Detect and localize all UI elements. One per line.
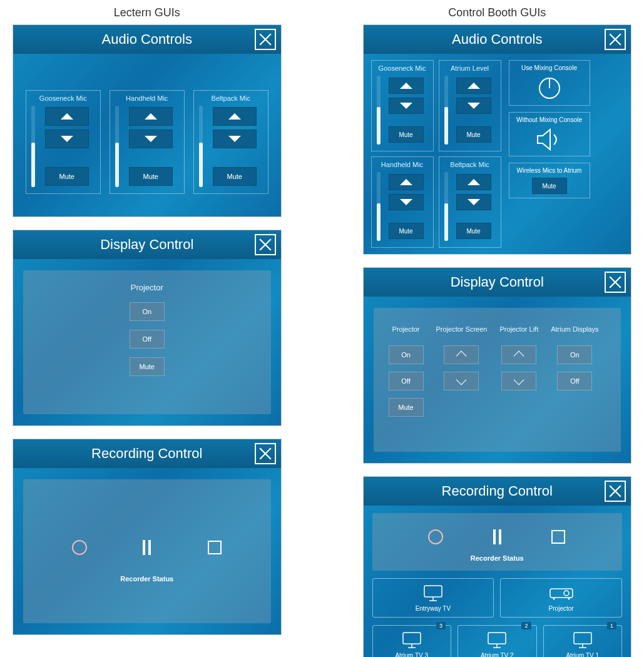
- pause-icon: [493, 529, 501, 544]
- monitor-icon: [401, 631, 423, 649]
- pause-icon: [143, 540, 151, 555]
- close-button[interactable]: [605, 29, 626, 50]
- mute-button[interactable]: Mute: [456, 223, 491, 239]
- close-button[interactable]: [255, 29, 276, 50]
- projector-on-button[interactable]: On: [130, 302, 165, 321]
- recording-overlay: Recorder Status: [372, 513, 623, 571]
- level-meter: [377, 172, 381, 241]
- projector-mute-button[interactable]: Mute: [130, 357, 165, 376]
- mute-button[interactable]: Mute: [389, 223, 424, 239]
- level-meter: [377, 76, 381, 145]
- volume-down-button[interactable]: [45, 130, 89, 148]
- volume-up-button[interactable]: [389, 174, 424, 190]
- monitor-icon: [571, 631, 594, 649]
- booth-display-panel: Display Control Projector On Off Mute: [363, 267, 632, 464]
- volume-up-button[interactable]: [129, 107, 173, 126]
- close-icon: [258, 33, 272, 46]
- atrium-off-button[interactable]: Off: [557, 372, 592, 390]
- screen-up-button[interactable]: [444, 345, 479, 364]
- projector-mute-button[interactable]: Mute: [389, 398, 424, 417]
- lift-down-button[interactable]: [501, 372, 536, 390]
- level-meter: [115, 106, 119, 187]
- volume-down-button[interactable]: [389, 194, 424, 210]
- volume-down-button[interactable]: [456, 98, 491, 114]
- stop-button[interactable]: [206, 539, 223, 556]
- volume-up-button[interactable]: [389, 78, 424, 94]
- volume-down-button[interactable]: [456, 194, 491, 210]
- volume-up-button[interactable]: [456, 78, 491, 94]
- close-icon: [258, 238, 272, 252]
- volume-up-button[interactable]: [45, 107, 89, 126]
- dest-projector[interactable]: Projector: [500, 578, 622, 618]
- svg-rect-9: [403, 633, 421, 644]
- pause-button[interactable]: [138, 539, 156, 556]
- triangle-down-icon: [468, 199, 480, 205]
- booth-column-title: Control Booth GUIs: [363, 6, 632, 19]
- mute-button[interactable]: Mute: [129, 167, 173, 186]
- monitor-icon: [422, 584, 444, 602]
- volume-down-button[interactable]: [213, 130, 257, 148]
- close-icon: [608, 484, 622, 498]
- destination-row-2: 3 Atrium TV 3 2 Atrium TV 2 1 Atrium TV …: [372, 625, 623, 657]
- col-header: Projector Screen: [436, 320, 488, 338]
- volume-up-button[interactable]: [456, 174, 491, 190]
- lectern-audio-panel: Audio Controls Gooseneck Mic: [13, 24, 282, 217]
- volume-down-button[interactable]: [389, 98, 424, 114]
- mic-gooseneck: Gooseneck Mic Mute: [371, 60, 434, 151]
- triangle-down-icon: [400, 199, 412, 205]
- triangle-up-icon: [468, 179, 480, 185]
- use-mixing-console-button[interactable]: Use Mixing Console: [509, 60, 590, 106]
- projector-on-button[interactable]: On: [389, 345, 424, 364]
- close-button[interactable]: [255, 443, 276, 464]
- lectern-column-title: Lectern GUIs: [13, 6, 282, 19]
- record-button[interactable]: [71, 539, 88, 556]
- close-button[interactable]: [605, 272, 626, 293]
- mic-label: Gooseneck Mic: [377, 64, 428, 72]
- display-overlay: Projector On Off Mute Projector Screen P…: [374, 308, 621, 452]
- mute-button[interactable]: Mute: [45, 167, 89, 186]
- recording-overlay: Recorder Status: [23, 479, 271, 623]
- lectern-display-panel: Display Control Projector On Off Mute: [13, 230, 282, 426]
- volume-up-button[interactable]: [213, 107, 257, 126]
- triangle-down-icon: [61, 136, 73, 142]
- panel-header: Recording Control: [364, 477, 631, 506]
- triangle-up-icon: [468, 83, 480, 89]
- triangle-up-icon: [400, 179, 412, 185]
- dest-atrium-tv-3[interactable]: 3 Atrium TV 3: [372, 625, 452, 657]
- dest-atrium-tv-2[interactable]: 2 Atrium TV 2: [457, 625, 537, 657]
- level-meter: [444, 172, 448, 241]
- lectern-recording-panel: Recording Control Recorder Status: [13, 439, 282, 635]
- wireless-mute-button[interactable]: Mute: [532, 178, 567, 194]
- dest-atrium-tv-1[interactable]: 1 Atrium TV 1: [543, 625, 623, 657]
- projector-off-button[interactable]: Off: [389, 372, 424, 390]
- stop-icon: [208, 541, 222, 554]
- level-meter: [31, 106, 35, 187]
- atrium-on-button[interactable]: On: [557, 345, 592, 364]
- chevron-up-icon: [514, 351, 524, 362]
- record-icon: [72, 540, 87, 555]
- mute-button[interactable]: Mute: [389, 126, 424, 143]
- mute-button[interactable]: Mute: [213, 167, 257, 186]
- mic-label: Gooseneck Mic: [31, 94, 95, 102]
- destination-row-1: Entryway TV Projector: [372, 578, 623, 618]
- mic-handheld: Handheld Mic Mute: [110, 90, 185, 194]
- chevron-down-icon: [514, 375, 524, 385]
- pause-button[interactable]: [488, 528, 506, 546]
- without-mixing-console-button[interactable]: Without Mixing Console: [509, 112, 590, 156]
- stop-icon: [551, 530, 565, 544]
- booth-mic-grid: Gooseneck Mic Mute: [371, 60, 501, 248]
- close-button[interactable]: [605, 481, 626, 502]
- mute-button[interactable]: Mute: [456, 126, 491, 143]
- close-button[interactable]: [255, 234, 276, 255]
- stop-button[interactable]: [549, 528, 567, 546]
- triangle-up-icon: [61, 113, 73, 120]
- triangle-down-icon: [145, 136, 157, 142]
- record-button[interactable]: [427, 528, 444, 546]
- triangle-up-icon: [400, 83, 412, 89]
- volume-down-button[interactable]: [129, 130, 173, 148]
- projector-off-button[interactable]: Off: [130, 330, 165, 349]
- dest-entryway-tv[interactable]: Entryway TV: [372, 578, 494, 618]
- screen-down-button[interactable]: [444, 372, 479, 390]
- svg-point-6: [564, 591, 569, 596]
- lift-up-button[interactable]: [501, 345, 536, 364]
